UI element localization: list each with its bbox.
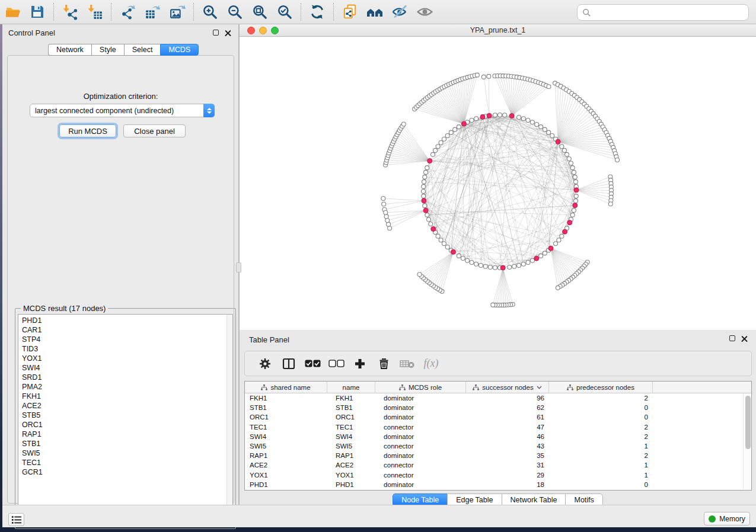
network-node[interactable] (483, 264, 487, 268)
mcds-result-item[interactable]: FKH1 (18, 392, 232, 401)
network-node[interactable] (422, 190, 426, 194)
network-node[interactable] (387, 222, 391, 226)
network-node[interactable] (388, 226, 392, 230)
network-node[interactable] (570, 166, 575, 170)
network-node[interactable] (539, 254, 543, 258)
network-node[interactable] (439, 238, 443, 242)
network-hub-node[interactable] (480, 114, 485, 119)
table-row[interactable]: RAP1RAP1dominator352 (245, 451, 743, 460)
column-header-shared-name[interactable]: shared name (245, 382, 327, 393)
mcds-result-item[interactable]: RAP1 (18, 430, 232, 439)
network-node[interactable] (567, 157, 571, 161)
network-node[interactable] (439, 140, 443, 145)
tab-network[interactable]: Network (48, 44, 91, 56)
table-row[interactable]: ORC1ORC1dominator610 (245, 412, 743, 422)
float-panel-icon[interactable] (213, 30, 219, 36)
mcds-list-scrollbar[interactable] (227, 315, 232, 525)
network-node[interactable] (453, 127, 457, 132)
network-hub-node[interactable] (574, 188, 579, 193)
search-input[interactable] (595, 8, 748, 17)
network-node[interactable] (562, 148, 566, 152)
network-node[interactable] (573, 175, 577, 179)
open-file-button[interactable] (1, 2, 24, 22)
network-node[interactable] (569, 161, 573, 165)
mcds-result-item[interactable]: TID3 (18, 344, 232, 354)
mcds-result-item[interactable]: SWI4 (18, 363, 232, 373)
first-neighbors-button[interactable] (363, 2, 386, 22)
zoom-in-button[interactable] (199, 2, 221, 22)
network-node[interactable] (422, 194, 426, 198)
network-node[interactable] (461, 257, 465, 261)
network-node[interactable] (547, 85, 551, 89)
network-node[interactable] (526, 118, 530, 123)
tab-style[interactable]: Style (91, 44, 124, 56)
network-node[interactable] (556, 286, 560, 290)
network-node[interactable] (385, 219, 390, 223)
network-node[interactable] (554, 242, 558, 246)
network-hub-node[interactable] (451, 249, 455, 254)
network-node[interactable] (615, 158, 620, 162)
network-node[interactable] (422, 184, 426, 188)
table-row[interactable]: SWI5SWI5connector431 (245, 441, 743, 451)
zoom-fit-button[interactable] (248, 2, 271, 22)
mcds-result-item[interactable]: YOX1 (18, 354, 232, 363)
network-node[interactable] (430, 152, 435, 156)
network-node[interactable] (442, 242, 446, 246)
export-image-button[interactable] (166, 2, 189, 22)
network-node[interactable] (436, 145, 440, 149)
close-table-panel-icon[interactable] (741, 335, 748, 342)
optimization-criterion-select[interactable]: largest connected component (undirected) (30, 104, 215, 117)
run-mcds-button[interactable]: Run MCDS (59, 124, 116, 137)
network-node[interactable] (457, 125, 461, 129)
network-node[interactable] (573, 180, 578, 184)
network-hub-node[interactable] (428, 159, 432, 164)
network-node[interactable] (442, 137, 446, 141)
table-row[interactable]: PHD1PHD1dominator180 (245, 480, 743, 489)
float-table-panel-icon[interactable] (729, 335, 735, 341)
table-row[interactable]: YOX1YOX1connector291 (245, 470, 743, 480)
zoom-out-button[interactable] (224, 2, 246, 22)
network-node[interactable] (424, 170, 428, 174)
zoom-selected-button[interactable] (273, 2, 296, 22)
network-node[interactable] (491, 303, 495, 307)
network-hub-node[interactable] (534, 256, 539, 261)
network-node[interactable] (427, 217, 431, 222)
network-hub-node[interactable] (573, 203, 578, 208)
column-header-name[interactable]: name (327, 382, 375, 393)
mcds-result-item[interactable]: CAR1 (18, 325, 232, 335)
select-all-button[interactable] (301, 354, 324, 374)
toolbar-search[interactable] (577, 4, 749, 21)
network-node[interactable] (508, 265, 512, 269)
network-node[interactable] (487, 74, 491, 78)
network-node[interactable] (517, 263, 521, 267)
task-history-button[interactable] (8, 513, 24, 526)
network-node[interactable] (425, 166, 429, 170)
mcds-result-item[interactable]: ORC1 (18, 420, 232, 430)
network-node[interactable] (565, 152, 569, 156)
import-table-button[interactable] (84, 2, 106, 22)
network-hub-node[interactable] (461, 121, 466, 126)
network-node[interactable] (503, 113, 507, 117)
network-hub-node[interactable] (563, 229, 567, 234)
duplicate-network-button[interactable] (339, 2, 361, 22)
network-node[interactable] (382, 202, 386, 206)
table-settings-button[interactable] (253, 354, 277, 374)
network-node[interactable] (493, 265, 497, 270)
refresh-view-button[interactable] (306, 2, 328, 22)
network-node[interactable] (498, 113, 502, 117)
network-node[interactable] (547, 130, 551, 134)
mcds-result-item[interactable]: SWI5 (18, 448, 232, 458)
save-session-button[interactable] (26, 2, 49, 22)
split-view-button[interactable] (277, 354, 301, 374)
network-node[interactable] (475, 73, 479, 77)
table-row[interactable]: STB1STB1dominator620 (245, 403, 743, 412)
network-node[interactable] (384, 210, 388, 214)
network-node[interactable] (423, 175, 427, 179)
mcds-result-item[interactable]: STB1 (18, 439, 232, 448)
mcds-result-list[interactable]: PHD1CAR1STP4TID3YOX1SWI4SRD1PMA2FKH1ACE2… (18, 314, 233, 526)
network-node[interactable] (512, 264, 516, 268)
delete-table-button[interactable] (395, 354, 419, 374)
close-panel-icon[interactable] (225, 30, 231, 36)
table-scrollbar[interactable] (743, 393, 751, 490)
network-node[interactable] (526, 260, 530, 264)
